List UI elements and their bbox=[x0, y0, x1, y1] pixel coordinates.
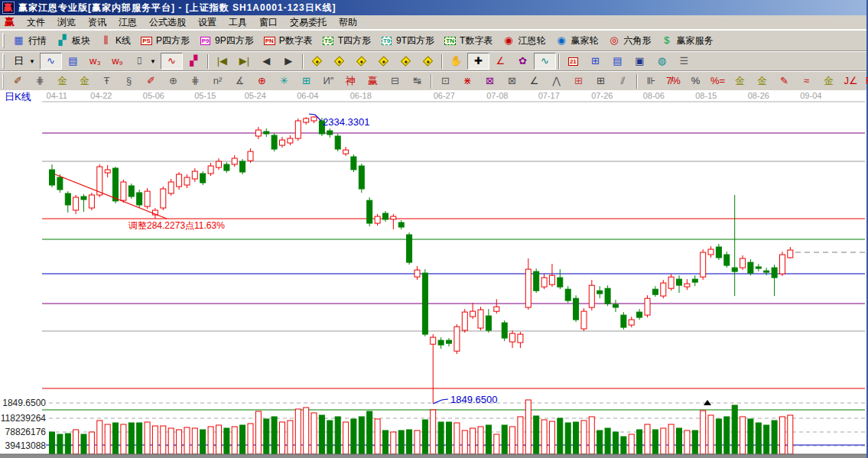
winner-service-button[interactable]: $赢家服务 bbox=[655, 32, 717, 50]
next-button[interactable]: ▶ bbox=[278, 53, 300, 70]
marker-pen-button[interactable]: ✎ bbox=[773, 73, 795, 89]
menu-window[interactable]: 窗口 bbox=[253, 15, 284, 31]
percent-button[interactable]: % bbox=[684, 73, 707, 89]
pct-line-button[interactable]: %= bbox=[707, 73, 729, 89]
f-line-button[interactable]: Ŧ bbox=[96, 73, 118, 89]
candle-style-button[interactable]: ⌷▼ bbox=[128, 53, 161, 70]
9p-square-button[interactable]: P99P四方形 bbox=[194, 32, 258, 50]
box-range-button[interactable]: ⊡ bbox=[434, 73, 457, 89]
gann-line-button[interactable]: ⋕ bbox=[29, 73, 51, 89]
win-grid-button[interactable]: 赢 bbox=[362, 73, 384, 89]
compass-button[interactable]: ⊕ bbox=[251, 73, 273, 89]
crosshair-button[interactable]: ✚ bbox=[467, 53, 489, 70]
last-page-button[interactable]: ▶| bbox=[233, 53, 255, 70]
p-square-button[interactable]: PSP四方形 bbox=[135, 32, 194, 50]
zigzag3-button[interactable]: w₃ bbox=[84, 53, 106, 70]
parallel-lines-button[interactable]: ⫽ bbox=[612, 73, 634, 89]
t-square-button[interactable]: TST四方形 bbox=[317, 32, 375, 50]
candle-body bbox=[375, 216, 380, 223]
wave-screen-button[interactable]: ∿ bbox=[40, 53, 62, 70]
star-web-button[interactable]: ✳ bbox=[273, 73, 295, 89]
gold-line-button[interactable]: 金 bbox=[751, 73, 773, 89]
menu-tools[interactable]: 工具 bbox=[223, 15, 253, 31]
period-day-button[interactable]: 日▼ bbox=[8, 53, 40, 70]
wave-teal-button[interactable]: ∿ bbox=[534, 53, 556, 70]
sectors-button[interactable]: ▞板块 bbox=[51, 32, 95, 50]
volume-bar bbox=[295, 409, 301, 454]
zoom-star-button[interactable] bbox=[417, 53, 439, 70]
mirror-angle-button[interactable]: ∡ bbox=[229, 73, 251, 89]
zigzag9-button[interactable]: w₉ bbox=[106, 53, 128, 70]
menu-browse[interactable]: 浏览 bbox=[51, 15, 82, 31]
wave-band-button[interactable]: ≈ bbox=[795, 73, 818, 89]
kline-chart[interactable]: 日K线04-1104-2205-0605-1505-2406-0406-1806… bbox=[0, 90, 866, 458]
zoom-h-button[interactable] bbox=[350, 53, 372, 70]
n-square-button[interactable]: n² bbox=[206, 73, 229, 89]
gold-section-button[interactable]: 金 bbox=[51, 73, 73, 89]
candle-body bbox=[732, 268, 737, 271]
pen-tool-button[interactable]: ✐ bbox=[7, 73, 29, 89]
histogram-button[interactable]: ▞ bbox=[183, 53, 205, 70]
trend-angle-button[interactable]: ∠ bbox=[523, 73, 545, 89]
winner-wheel-button[interactable]: ◉赢家轮 bbox=[550, 32, 603, 50]
world-button[interactable]: ◍ bbox=[651, 53, 673, 70]
menu-gann[interactable]: 江恩 bbox=[112, 15, 143, 31]
f-angle-button[interactable]: F∠ bbox=[862, 73, 868, 89]
menu-formula-stock-pick[interactable]: 公式选股 bbox=[143, 15, 192, 31]
hand-drag-button[interactable]: ✋ bbox=[445, 53, 467, 70]
save-button[interactable]: ▣ bbox=[629, 53, 651, 70]
9t-square-button[interactable]: T99T四方形 bbox=[375, 32, 439, 50]
p-table-button[interactable]: PNP数字表 bbox=[258, 32, 317, 50]
price-ruler-button[interactable]: ⊪ bbox=[640, 73, 662, 89]
menu-trade[interactable]: 交易委托 bbox=[284, 15, 333, 31]
ruler-grid-button[interactable]: ⊟ bbox=[384, 73, 406, 89]
diamond-right-icon bbox=[334, 56, 344, 66]
print-button[interactable]: ☰ bbox=[673, 53, 695, 70]
first-page-button[interactable]: |◀ bbox=[211, 53, 233, 70]
angle-measure-button[interactable]: ∠ bbox=[489, 53, 512, 70]
gold-section2-button[interactable]: 金 bbox=[73, 73, 96, 89]
wave-red-button[interactable]: ∿ bbox=[161, 53, 183, 70]
gold-angle-button[interactable]: 金 bbox=[818, 73, 840, 89]
zoom-cross-button[interactable] bbox=[395, 53, 417, 70]
web-grid-button[interactable]: ⊞ bbox=[295, 73, 317, 89]
candle-body bbox=[105, 170, 110, 173]
candle-body bbox=[422, 273, 427, 334]
pct-strike-button[interactable]: 7̸% bbox=[662, 73, 684, 89]
span-arrows-button[interactable]: ↹ bbox=[406, 73, 428, 89]
zoom-x-button[interactable] bbox=[372, 53, 395, 70]
v-wave-button[interactable]: ⋀ bbox=[545, 73, 567, 89]
gann-wheel-button[interactable]: ◉江恩轮 bbox=[497, 32, 550, 50]
calendar-button[interactable]: 21 bbox=[562, 53, 584, 70]
notes-button[interactable]: ▤ bbox=[606, 53, 629, 70]
kline-button[interactable]: ⫼K线 bbox=[95, 32, 135, 50]
diamond-x-icon bbox=[377, 55, 390, 67]
menu-help[interactable]: 帮助 bbox=[333, 15, 363, 31]
quotes-button[interactable]: ▦行情 bbox=[8, 32, 51, 50]
pen-red-button[interactable]: ✐ bbox=[140, 73, 162, 89]
gold-circle-button[interactable]: 金 bbox=[729, 73, 751, 89]
prev-button[interactable]: ◀ bbox=[255, 53, 278, 70]
fan-red-button[interactable]: ⋇ bbox=[457, 73, 479, 89]
hexagon-button[interactable]: ◎六角形 bbox=[603, 32, 655, 50]
info-panel-button[interactable]: ▤ bbox=[62, 53, 84, 70]
menu-info[interactable]: 资讯 bbox=[82, 15, 112, 31]
grid-lines-button[interactable]: ⋕ bbox=[184, 73, 206, 89]
calculator-button[interactable]: ⊞ bbox=[584, 53, 606, 70]
grid-dark-button[interactable]: ⊞ bbox=[590, 73, 612, 89]
fan-grid-button[interactable]: ⊠ bbox=[501, 73, 523, 89]
spiral-button[interactable]: § bbox=[118, 73, 140, 89]
menu-file[interactable]: 文件 bbox=[21, 15, 51, 31]
j-angle-button[interactable]: J∠ bbox=[840, 73, 862, 89]
flower-tool-button[interactable]: ✿ bbox=[512, 53, 534, 70]
fan-purple-button[interactable]: ⊠ bbox=[479, 73, 501, 89]
t-table-button[interactable]: TNT数字表 bbox=[439, 32, 497, 50]
n-wave-button[interactable]: И″ bbox=[317, 73, 340, 89]
menu-settings[interactable]: 设置 bbox=[192, 15, 223, 31]
grid-red-button[interactable]: ⊞ bbox=[567, 73, 590, 89]
time-cycle-button[interactable]: ⊕ bbox=[162, 73, 184, 89]
shen-grid-button[interactable]: 神 bbox=[340, 73, 362, 89]
volume-bar bbox=[81, 434, 86, 454]
zoom-left-button[interactable] bbox=[306, 53, 328, 70]
zoom-right-button[interactable] bbox=[328, 53, 350, 70]
